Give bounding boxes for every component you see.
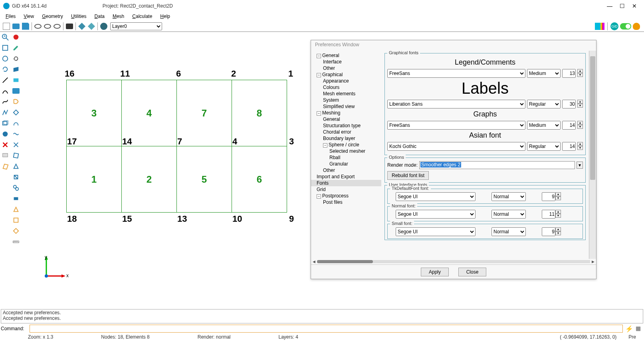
- minimize-button[interactable]: —: [607, 3, 612, 9]
- legend-size-input[interactable]: [562, 69, 576, 78]
- spin-up[interactable]: ▲: [577, 100, 583, 104]
- preferences-tree[interactable]: −General Interface Other −Graphical Appe…: [311, 51, 381, 259]
- box-icon[interactable]: [0, 118, 10, 128]
- tree-granular[interactable]: Granular: [311, 161, 381, 167]
- chevron-down-icon[interactable]: ▾: [577, 162, 583, 169]
- grid-icon[interactable]: ▦: [636, 325, 641, 333]
- tree-grid[interactable]: Grid: [311, 186, 381, 193]
- tree-boundary[interactable]: Boundary layer: [311, 135, 381, 142]
- prefs-vscrollbar[interactable]: [589, 51, 596, 259]
- render-mode-select[interactable]: Smoother edges 2: [419, 161, 575, 169]
- small-style-select[interactable]: Normal: [491, 227, 526, 236]
- asian-size-input[interactable]: [562, 142, 576, 151]
- spin-up[interactable]: ▲: [555, 227, 561, 231]
- pencil-icon[interactable]: [11, 43, 21, 53]
- spin-up[interactable]: ▲: [577, 69, 583, 73]
- normal-name-select[interactable]: Segoe UI: [396, 210, 476, 219]
- quad-icon[interactable]: [0, 161, 10, 171]
- tree-rball[interactable]: Rball: [311, 154, 381, 161]
- shape7-icon[interactable]: [11, 161, 21, 171]
- spin-up[interactable]: ▲: [555, 210, 561, 214]
- graphs-size-input[interactable]: [562, 121, 576, 130]
- tree-other[interactable]: Other: [311, 65, 381, 71]
- shape9-icon[interactable]: [11, 183, 21, 193]
- graphs-weight-select[interactable]: Medium: [527, 121, 561, 130]
- zoom-in-icon[interactable]: +: [0, 32, 10, 42]
- prefs-hscrollbar[interactable]: ◀ ▶: [311, 259, 596, 264]
- orbit-icon[interactable]: [0, 53, 10, 64]
- tree-m-general[interactable]: General: [311, 116, 381, 122]
- asian-weight-select[interactable]: Regular: [527, 142, 561, 151]
- legend-weight-select[interactable]: Medium: [527, 69, 561, 78]
- shape11-icon[interactable]: [11, 204, 21, 215]
- flash-icon[interactable]: ⚡: [625, 325, 633, 333]
- small-size-input[interactable]: [542, 227, 555, 236]
- shape10-icon[interactable]: [11, 193, 21, 204]
- tree-impexp[interactable]: Import and Export: [311, 173, 381, 180]
- line-tool-icon[interactable]: [0, 75, 10, 85]
- spin-down[interactable]: ▼: [577, 73, 583, 77]
- rebuild-font-list-button[interactable]: Rebuild font list: [387, 171, 429, 180]
- mode-toggle[interactable]: [620, 23, 631, 30]
- scroll-right-icon[interactable]: ▶: [592, 260, 594, 264]
- delete-icon[interactable]: [0, 140, 10, 150]
- color-arrow-icon[interactable]: [595, 22, 604, 31]
- scroll-left-icon[interactable]: ◀: [313, 260, 315, 264]
- menu-geometry[interactable]: Geometry: [39, 13, 66, 20]
- bug-icon[interactable]: [633, 23, 640, 30]
- open-file-button[interactable]: [11, 22, 21, 31]
- tree-appearance[interactable]: Appearance: [311, 78, 381, 84]
- menu-help[interactable]: Help: [157, 13, 173, 20]
- menu-calculate[interactable]: Calculate: [129, 13, 155, 20]
- shape3-icon[interactable]: [11, 118, 21, 128]
- tree-general[interactable]: −General: [311, 52, 381, 59]
- tree-m-other[interactable]: Other: [311, 167, 381, 173]
- tree-postfiles[interactable]: Post files: [311, 199, 381, 205]
- save-file-button[interactable]: [21, 22, 30, 31]
- settings-button[interactable]: [99, 22, 109, 31]
- tkdefault-size-input[interactable]: [542, 192, 555, 201]
- folder2-icon[interactable]: [11, 86, 21, 96]
- screen-icon[interactable]: [0, 150, 10, 161]
- select-rect-icon[interactable]: [0, 43, 10, 53]
- shape12-icon[interactable]: [11, 215, 21, 225]
- tree-selmesher[interactable]: Selected mesher: [311, 148, 381, 154]
- spin-down[interactable]: ▼: [577, 104, 583, 108]
- tree-simplified[interactable]: Simplified view: [311, 103, 381, 110]
- spin-up[interactable]: ▲: [577, 121, 583, 125]
- view-button-3[interactable]: [52, 22, 62, 31]
- cube-button-2[interactable]: [87, 22, 96, 31]
- tree-interface[interactable]: Interface: [311, 59, 381, 65]
- refresh-icon[interactable]: [11, 53, 21, 64]
- legend-font-select[interactable]: FreeSans: [387, 69, 525, 78]
- graphs-font-select[interactable]: FreeSans: [387, 121, 525, 130]
- shape2-icon[interactable]: [11, 107, 21, 118]
- normal-size-input[interactable]: [542, 210, 555, 219]
- view-button-2[interactable]: [43, 22, 52, 31]
- spin-down[interactable]: ▼: [577, 146, 583, 150]
- message-log[interactable]: Accepted new preferences. Accepted new p…: [1, 309, 643, 323]
- tkdefault-style-select[interactable]: Normal: [491, 192, 526, 201]
- command-input[interactable]: [30, 325, 623, 333]
- plane-icon[interactable]: [11, 75, 21, 85]
- surface-icon[interactable]: [11, 64, 21, 75]
- labels-size-input[interactable]: [562, 100, 576, 108]
- redo-icon[interactable]: [0, 64, 10, 75]
- spin-down[interactable]: ▼: [577, 125, 583, 129]
- small-name-select[interactable]: Segoe UI: [396, 227, 476, 236]
- shape5-icon[interactable]: [11, 140, 21, 150]
- shape8-icon[interactable]: [11, 172, 21, 182]
- tree-postprocess[interactable]: −Postprocess: [311, 193, 381, 199]
- menu-data[interactable]: Data: [91, 13, 108, 20]
- spin-up[interactable]: ▲: [555, 192, 561, 196]
- curve-tool-icon[interactable]: [0, 97, 10, 107]
- spin-down[interactable]: ▼: [555, 214, 561, 218]
- tree-system[interactable]: System: [311, 97, 381, 103]
- maximize-button[interactable]: ☐: [620, 3, 625, 9]
- labels-weight-select[interactable]: Regular: [527, 100, 561, 108]
- asian-font-select[interactable]: Kochi Gothic: [387, 142, 525, 151]
- shape1-icon[interactable]: [11, 97, 21, 107]
- tree-meshing[interactable]: −Meshing: [311, 110, 381, 116]
- sphere-icon[interactable]: [0, 129, 10, 139]
- shape6-icon[interactable]: [11, 150, 21, 161]
